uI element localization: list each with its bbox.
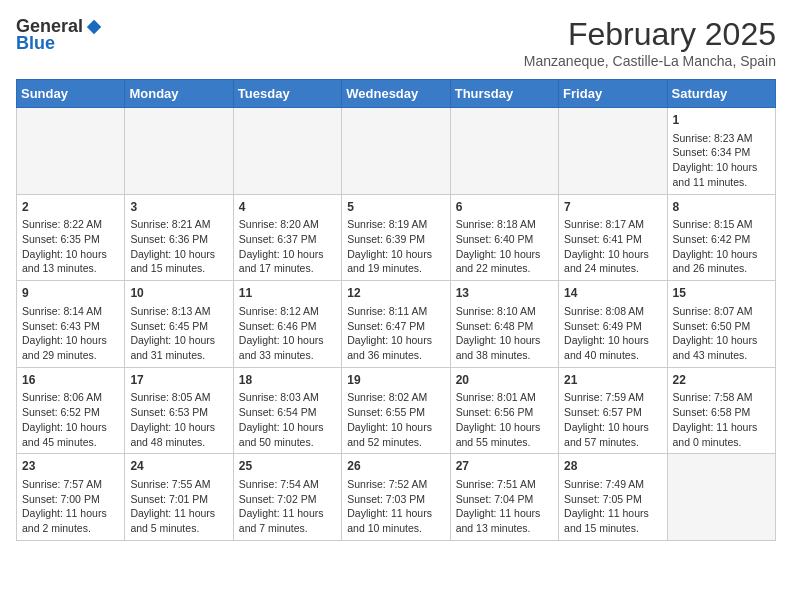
day-number: 1: [673, 112, 770, 129]
day-number: 24: [130, 458, 227, 475]
calendar-cell: 28Sunrise: 7:49 AMSunset: 7:05 PMDayligh…: [559, 454, 667, 541]
calendar-cell: [450, 108, 558, 195]
day-info: Sunrise: 8:07 AMSunset: 6:50 PMDaylight:…: [673, 304, 770, 363]
day-info: Sunrise: 7:58 AMSunset: 6:58 PMDaylight:…: [673, 390, 770, 449]
day-number: 8: [673, 199, 770, 216]
calendar-cell: 22Sunrise: 7:58 AMSunset: 6:58 PMDayligh…: [667, 367, 775, 454]
logo: General Blue: [16, 16, 103, 54]
day-number: 13: [456, 285, 553, 302]
day-number: 3: [130, 199, 227, 216]
day-number: 5: [347, 199, 444, 216]
weekday-header-thursday: Thursday: [450, 80, 558, 108]
week-row-4: 16Sunrise: 8:06 AMSunset: 6:52 PMDayligh…: [17, 367, 776, 454]
week-row-1: 1Sunrise: 8:23 AMSunset: 6:34 PMDaylight…: [17, 108, 776, 195]
weekday-header-wednesday: Wednesday: [342, 80, 450, 108]
day-number: 9: [22, 285, 119, 302]
calendar-cell: 9Sunrise: 8:14 AMSunset: 6:43 PMDaylight…: [17, 281, 125, 368]
calendar-cell: 11Sunrise: 8:12 AMSunset: 6:46 PMDayligh…: [233, 281, 341, 368]
month-year-title: February 2025: [524, 16, 776, 53]
day-number: 6: [456, 199, 553, 216]
day-number: 19: [347, 372, 444, 389]
calendar-cell: 21Sunrise: 7:59 AMSunset: 6:57 PMDayligh…: [559, 367, 667, 454]
day-number: 23: [22, 458, 119, 475]
weekday-header-tuesday: Tuesday: [233, 80, 341, 108]
day-info: Sunrise: 8:10 AMSunset: 6:48 PMDaylight:…: [456, 304, 553, 363]
day-info: Sunrise: 8:15 AMSunset: 6:42 PMDaylight:…: [673, 217, 770, 276]
day-info: Sunrise: 8:14 AMSunset: 6:43 PMDaylight:…: [22, 304, 119, 363]
weekday-header-sunday: Sunday: [17, 80, 125, 108]
day-info: Sunrise: 8:12 AMSunset: 6:46 PMDaylight:…: [239, 304, 336, 363]
day-info: Sunrise: 7:52 AMSunset: 7:03 PMDaylight:…: [347, 477, 444, 536]
calendar-cell: [342, 108, 450, 195]
day-info: Sunrise: 8:02 AMSunset: 6:55 PMDaylight:…: [347, 390, 444, 449]
calendar-cell: 10Sunrise: 8:13 AMSunset: 6:45 PMDayligh…: [125, 281, 233, 368]
calendar-cell: [667, 454, 775, 541]
day-info: Sunrise: 8:11 AMSunset: 6:47 PMDaylight:…: [347, 304, 444, 363]
day-info: Sunrise: 7:59 AMSunset: 6:57 PMDaylight:…: [564, 390, 661, 449]
day-number: 18: [239, 372, 336, 389]
day-number: 21: [564, 372, 661, 389]
day-number: 25: [239, 458, 336, 475]
week-row-3: 9Sunrise: 8:14 AMSunset: 6:43 PMDaylight…: [17, 281, 776, 368]
day-info: Sunrise: 8:22 AMSunset: 6:35 PMDaylight:…: [22, 217, 119, 276]
day-number: 15: [673, 285, 770, 302]
day-number: 10: [130, 285, 227, 302]
calendar-cell: 27Sunrise: 7:51 AMSunset: 7:04 PMDayligh…: [450, 454, 558, 541]
page-header: General Blue February 2025 Manzaneque, C…: [16, 16, 776, 69]
day-info: Sunrise: 7:57 AMSunset: 7:00 PMDaylight:…: [22, 477, 119, 536]
calendar-cell: [233, 108, 341, 195]
weekday-header-friday: Friday: [559, 80, 667, 108]
calendar-cell: 3Sunrise: 8:21 AMSunset: 6:36 PMDaylight…: [125, 194, 233, 281]
calendar-cell: [559, 108, 667, 195]
day-info: Sunrise: 8:03 AMSunset: 6:54 PMDaylight:…: [239, 390, 336, 449]
day-number: 11: [239, 285, 336, 302]
weekday-header-saturday: Saturday: [667, 80, 775, 108]
day-number: 14: [564, 285, 661, 302]
day-info: Sunrise: 8:19 AMSunset: 6:39 PMDaylight:…: [347, 217, 444, 276]
calendar-cell: 12Sunrise: 8:11 AMSunset: 6:47 PMDayligh…: [342, 281, 450, 368]
day-number: 26: [347, 458, 444, 475]
day-info: Sunrise: 7:49 AMSunset: 7:05 PMDaylight:…: [564, 477, 661, 536]
day-number: 20: [456, 372, 553, 389]
logo-flag-icon: [85, 18, 103, 36]
day-info: Sunrise: 7:55 AMSunset: 7:01 PMDaylight:…: [130, 477, 227, 536]
calendar-cell: [17, 108, 125, 195]
calendar-cell: 25Sunrise: 7:54 AMSunset: 7:02 PMDayligh…: [233, 454, 341, 541]
week-row-5: 23Sunrise: 7:57 AMSunset: 7:00 PMDayligh…: [17, 454, 776, 541]
calendar-cell: 4Sunrise: 8:20 AMSunset: 6:37 PMDaylight…: [233, 194, 341, 281]
calendar-cell: 26Sunrise: 7:52 AMSunset: 7:03 PMDayligh…: [342, 454, 450, 541]
calendar-cell: 17Sunrise: 8:05 AMSunset: 6:53 PMDayligh…: [125, 367, 233, 454]
calendar-cell: 23Sunrise: 7:57 AMSunset: 7:00 PMDayligh…: [17, 454, 125, 541]
calendar-cell: 15Sunrise: 8:07 AMSunset: 6:50 PMDayligh…: [667, 281, 775, 368]
location-subtitle: Manzaneque, Castille-La Mancha, Spain: [524, 53, 776, 69]
calendar-cell: 6Sunrise: 8:18 AMSunset: 6:40 PMDaylight…: [450, 194, 558, 281]
logo-blue: Blue: [16, 33, 55, 54]
calendar-cell: 14Sunrise: 8:08 AMSunset: 6:49 PMDayligh…: [559, 281, 667, 368]
day-number: 12: [347, 285, 444, 302]
calendar-cell: 5Sunrise: 8:19 AMSunset: 6:39 PMDaylight…: [342, 194, 450, 281]
calendar-cell: 13Sunrise: 8:10 AMSunset: 6:48 PMDayligh…: [450, 281, 558, 368]
calendar-cell: 8Sunrise: 8:15 AMSunset: 6:42 PMDaylight…: [667, 194, 775, 281]
day-number: 2: [22, 199, 119, 216]
calendar-cell: 24Sunrise: 7:55 AMSunset: 7:01 PMDayligh…: [125, 454, 233, 541]
day-number: 7: [564, 199, 661, 216]
calendar-cell: 18Sunrise: 8:03 AMSunset: 6:54 PMDayligh…: [233, 367, 341, 454]
day-info: Sunrise: 7:51 AMSunset: 7:04 PMDaylight:…: [456, 477, 553, 536]
day-info: Sunrise: 8:01 AMSunset: 6:56 PMDaylight:…: [456, 390, 553, 449]
day-info: Sunrise: 8:18 AMSunset: 6:40 PMDaylight:…: [456, 217, 553, 276]
calendar-cell: 16Sunrise: 8:06 AMSunset: 6:52 PMDayligh…: [17, 367, 125, 454]
day-info: Sunrise: 8:05 AMSunset: 6:53 PMDaylight:…: [130, 390, 227, 449]
day-info: Sunrise: 8:08 AMSunset: 6:49 PMDaylight:…: [564, 304, 661, 363]
calendar-table: SundayMondayTuesdayWednesdayThursdayFrid…: [16, 79, 776, 541]
calendar-cell: 19Sunrise: 8:02 AMSunset: 6:55 PMDayligh…: [342, 367, 450, 454]
day-info: Sunrise: 8:06 AMSunset: 6:52 PMDaylight:…: [22, 390, 119, 449]
day-number: 28: [564, 458, 661, 475]
day-number: 22: [673, 372, 770, 389]
day-number: 17: [130, 372, 227, 389]
calendar-cell: 20Sunrise: 8:01 AMSunset: 6:56 PMDayligh…: [450, 367, 558, 454]
day-info: Sunrise: 8:13 AMSunset: 6:45 PMDaylight:…: [130, 304, 227, 363]
day-info: Sunrise: 8:21 AMSunset: 6:36 PMDaylight:…: [130, 217, 227, 276]
title-block: February 2025 Manzaneque, Castille-La Ma…: [524, 16, 776, 69]
day-number: 27: [456, 458, 553, 475]
day-number: 16: [22, 372, 119, 389]
